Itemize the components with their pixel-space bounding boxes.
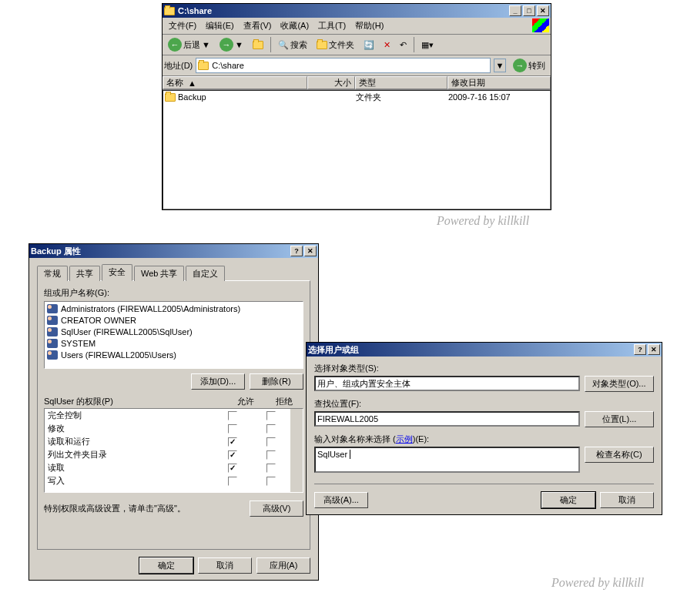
location-field: FIREWALL2005 bbox=[314, 411, 580, 427]
properties-titlebar: Backup 属性 ? ✕ bbox=[29, 244, 318, 258]
location-label: 查找位置(F): bbox=[314, 398, 654, 410]
example-link[interactable]: 示例 bbox=[396, 434, 413, 444]
dialog-buttons: 确定 取消 应用(A) bbox=[37, 557, 310, 574]
deny-checkbox[interactable] bbox=[266, 450, 276, 460]
select-user-dialog: 选择用户或组 ? ✕ 选择对象类型(S): 用户、组或内置安全主体 对象类型(O… bbox=[306, 342, 662, 515]
deny-checkbox[interactable] bbox=[266, 477, 276, 486]
select-titlebar: 选择用户或组 ? ✕ bbox=[307, 343, 662, 357]
tab-general[interactable]: 常规 bbox=[37, 266, 68, 281]
user-list[interactable]: Administrators (FIREWALL2005\Administrat… bbox=[44, 301, 303, 369]
close-button[interactable]: ✕ bbox=[537, 5, 549, 16]
perm-for-label: SqlUser 的权限(P) bbox=[44, 396, 226, 407]
tab-custom[interactable]: 自定义 bbox=[186, 266, 225, 281]
separator bbox=[414, 37, 414, 52]
forward-icon: → bbox=[220, 38, 233, 52]
col-name[interactable]: 名称 ▲ bbox=[163, 76, 307, 89]
check-names-button[interactable]: 检查名称(C) bbox=[585, 447, 654, 463]
location-button[interactable]: 位置(L)... bbox=[585, 411, 654, 427]
allow-checkbox[interactable] bbox=[228, 411, 237, 420]
help-button[interactable]: ? bbox=[290, 246, 303, 256]
menu-view[interactable]: 查看(V) bbox=[239, 18, 276, 33]
groups-label: 组或用户名称(G): bbox=[44, 287, 303, 299]
folder-icon bbox=[165, 93, 176, 102]
allow-checkbox[interactable] bbox=[228, 424, 237, 434]
col-type[interactable]: 类型 bbox=[355, 76, 447, 89]
menu-help[interactable]: 帮助(H) bbox=[350, 18, 388, 33]
dialog-body: 选择对象类型(S): 用户、组或内置安全主体 对象类型(O)... 查找位置(F… bbox=[307, 357, 662, 514]
help-button[interactable]: ? bbox=[634, 344, 646, 355]
windows-flag-icon bbox=[532, 18, 549, 32]
undo-button[interactable]: ↶ bbox=[396, 36, 411, 53]
menu-tools[interactable]: 工具(T) bbox=[313, 18, 350, 33]
advanced-button[interactable]: 高级(V) bbox=[250, 500, 303, 517]
dialog-title: 选择用户或组 bbox=[308, 344, 632, 356]
apply-button[interactable]: 应用(A) bbox=[256, 557, 310, 574]
deny-checkbox[interactable] bbox=[266, 437, 276, 447]
cancel-button[interactable]: 取消 bbox=[198, 557, 252, 574]
object-type-field: 用户、组或内置安全主体 bbox=[314, 376, 580, 391]
search-button[interactable]: 🔍 搜索 bbox=[274, 36, 311, 53]
close-button[interactable]: ✕ bbox=[648, 344, 660, 355]
up-button[interactable] bbox=[249, 36, 267, 53]
delete-button[interactable]: ✕ bbox=[380, 36, 394, 53]
advanced-button[interactable]: 高级(A)... bbox=[314, 492, 368, 508]
col-modified[interactable]: 修改日期 bbox=[447, 76, 551, 89]
perm-name: 读取和运行 bbox=[48, 436, 213, 447]
menu-edit[interactable]: 编辑(E) bbox=[201, 18, 239, 33]
allow-checkbox[interactable] bbox=[228, 464, 237, 473]
allow-header: 允许 bbox=[226, 396, 265, 407]
go-button[interactable]: →转到 bbox=[509, 57, 549, 74]
allow-checkbox[interactable] bbox=[228, 450, 237, 460]
list-item: CREATOR OWNER bbox=[45, 314, 302, 326]
deny-checkbox[interactable] bbox=[266, 424, 276, 434]
cancel-button[interactable]: 取消 bbox=[600, 492, 654, 508]
tab-web[interactable]: Web 共享 bbox=[134, 266, 184, 281]
add-button[interactable]: 添加(D)... bbox=[191, 373, 245, 390]
ok-button[interactable]: 确定 bbox=[541, 492, 595, 508]
sync-button[interactable]: 🔄 bbox=[360, 36, 378, 53]
address-value: C:\share bbox=[212, 61, 244, 70]
go-label: 转到 bbox=[528, 60, 545, 72]
user-icon bbox=[47, 316, 58, 325]
list-item: SqlUser (FIREWALL2005\SqlUser) bbox=[45, 326, 302, 337]
deny-checkbox[interactable] bbox=[266, 464, 276, 473]
user-icon bbox=[47, 339, 58, 348]
close-button[interactable]: ✕ bbox=[304, 246, 317, 256]
address-bar: 地址(D) C:\share ▼ →转到 bbox=[163, 55, 551, 76]
user-buttons: 添加(D)... 删除(R) bbox=[44, 373, 303, 390]
file-list[interactable]: Backup 文件夹 2009-7-16 15:07 bbox=[163, 90, 551, 209]
user-icon bbox=[47, 304, 58, 313]
tab-security[interactable]: 安全 bbox=[102, 264, 132, 281]
tab-sharing[interactable]: 共享 bbox=[69, 266, 100, 281]
minimize-button[interactable]: _ bbox=[509, 5, 521, 16]
perm-name: 修改 bbox=[48, 423, 213, 434]
ok-button[interactable]: 确定 bbox=[139, 557, 193, 574]
menu-file[interactable]: 文件(F) bbox=[164, 18, 201, 33]
object-type-button[interactable]: 对象类型(O)... bbox=[585, 376, 654, 392]
back-button[interactable]: ←后退 ▼ bbox=[164, 36, 214, 53]
allow-checkbox[interactable] bbox=[228, 477, 237, 486]
permission-row: 读取 bbox=[45, 461, 303, 474]
list-item[interactable]: Backup 文件夹 2009-7-16 15:07 bbox=[163, 91, 550, 103]
col-size[interactable]: 大小 bbox=[307, 76, 355, 89]
deny-header: 拒绝 bbox=[265, 396, 303, 407]
watermark: Powered by killkill bbox=[437, 214, 529, 228]
folder-icon bbox=[198, 62, 209, 70]
name-input[interactable]: SqlUser bbox=[314, 447, 580, 473]
menu-bar: 文件(F) 编辑(E) 查看(V) 收藏(A) 工具(T) 帮助(H) bbox=[163, 18, 551, 35]
perm-name: 读取 bbox=[48, 462, 213, 474]
toolbar: ←后退 ▼ → ▼ 🔍 搜索 文件夹 🔄 ✕ ↶ ▦▾ bbox=[163, 35, 551, 55]
separator bbox=[270, 37, 271, 52]
address-input[interactable]: C:\share bbox=[196, 58, 491, 73]
address-dropdown[interactable]: ▼ bbox=[494, 59, 506, 72]
folders-button[interactable]: 文件夹 bbox=[313, 36, 358, 53]
forward-button[interactable]: → ▼ bbox=[216, 36, 247, 53]
allow-checkbox[interactable] bbox=[228, 437, 237, 447]
scrollbar[interactable] bbox=[290, 409, 303, 492]
deny-checkbox[interactable] bbox=[266, 411, 276, 420]
remove-button[interactable]: 删除(R) bbox=[250, 373, 303, 390]
permission-row: 列出文件夹目录 bbox=[45, 448, 303, 461]
menu-fav[interactable]: 收藏(A) bbox=[276, 18, 313, 33]
maximize-button[interactable]: □ bbox=[523, 5, 535, 16]
views-button[interactable]: ▦▾ bbox=[417, 36, 437, 53]
